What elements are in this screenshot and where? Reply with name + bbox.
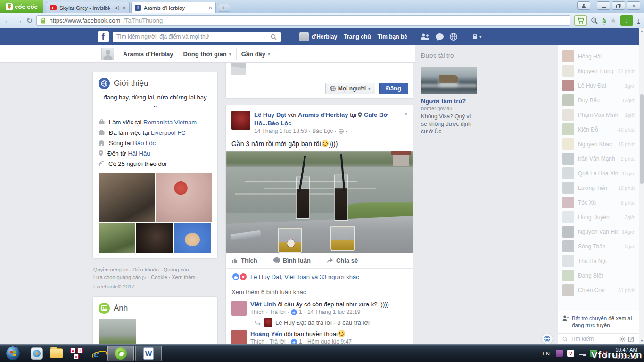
comment-meta[interactable]: Thích · Trả lời · 1 · 14 Tháng 1 lúc 22:…: [250, 309, 389, 315]
language-indicator[interactable]: EN: [543, 351, 550, 356]
taskbar-unikey[interactable]: uin: [66, 346, 86, 362]
timeline-button[interactable]: Dòng thời gian▾: [178, 48, 236, 60]
messages-icon[interactable]: [436, 33, 444, 41]
taskbar-coccoc-window[interactable]: [107, 346, 134, 361]
chat-contact-row[interactable]: Quả La Hoa Xinh 13giờ: [558, 166, 639, 181]
facebook-logo[interactable]: f: [98, 31, 109, 42]
start-button[interactable]: [6, 346, 20, 361]
ad-image[interactable]: [421, 67, 477, 94]
ad-title-link[interactable]: Người tầm trú?: [421, 98, 478, 105]
work-link[interactable]: Liverpool FC: [151, 129, 186, 136]
commenter-name[interactable]: Hoàng Yến: [250, 330, 282, 337]
forward-button[interactable]: →: [15, 16, 23, 25]
scroll-down-icon[interactable]: ▼: [639, 338, 644, 344]
profile-button[interactable]: [577, 1, 590, 10]
chat-contact-row[interactable]: Hồng Hải: [558, 49, 639, 64]
privacy-selector[interactable]: Mọi người ▾: [325, 83, 375, 94]
taskbar-internet-explorer[interactable]: e: [86, 346, 106, 362]
scrollbar-thumb[interactable]: [640, 94, 644, 184]
gear-icon[interactable]: [619, 336, 626, 342]
chat-contact-row[interactable]: Đang Biết: [558, 268, 639, 283]
chat-contact-row[interactable]: Sóng Thần 2giờ: [558, 239, 639, 254]
like-button[interactable]: Thích: [231, 257, 257, 264]
post-author-avatar[interactable]: [231, 111, 250, 130]
footer-adchoices[interactable]: Lựa chọn quảng cáo: [93, 274, 141, 280]
chat-contact-row[interactable]: Nguyễn Khắc Hoàn 15 phút: [558, 137, 639, 151]
chat-search-bar[interactable]: [558, 333, 639, 344]
compose-icon[interactable]: [628, 336, 635, 342]
search-icon[interactable]: [271, 34, 277, 40]
commenter-name[interactable]: Việt Linh: [250, 301, 276, 308]
post-timestamp[interactable]: 14 Tháng 1 lúc 18:53 · Bảo Lộc · ▾: [254, 128, 401, 134]
footer-links[interactable]: Quyền riêng tư · Điều khoản · Quảng cáo …: [93, 267, 192, 272]
chat-contact-row[interactable]: Nguyễn Trọng K... 51 phút: [558, 64, 639, 78]
privacy-shortcuts[interactable]: ▾: [472, 34, 482, 40]
chat-contact-row[interactable]: Phạm Văn Minh 1giờ: [558, 107, 639, 122]
profile-avatar[interactable]: [101, 48, 114, 60]
comment-meta[interactable]: Thích · Trả lời · 1 · Hôm qua lúc 9:47: [250, 338, 370, 344]
tagged-friend-link[interactable]: Aramis d'Herblay: [298, 111, 348, 118]
photo-thumb[interactable]: [99, 319, 136, 344]
footer-links[interactable]: · Cookie · Xem thêm ·: [148, 274, 199, 280]
profile-shortcut[interactable]: d'Herblay: [299, 32, 337, 41]
chat-contact-row[interactable]: Tóc Xù 8 phút: [558, 195, 639, 210]
chat-contact-row[interactable]: Hồng Duyên 3giờ: [558, 210, 639, 224]
profile-name-button[interactable]: Aramis d'Herblay: [118, 48, 178, 60]
reload-button[interactable]: ↻: [26, 16, 33, 25]
tab-facebook[interactable]: f Aramis d'Herblay ×: [131, 2, 216, 13]
coccoc-logo[interactable]: cốc cốc: [0, 0, 43, 13]
minimize-button[interactable]: [597, 1, 610, 10]
photo-thumb[interactable]: [99, 173, 155, 222]
share-button[interactable]: Chia sẻ: [327, 257, 358, 264]
chat-contact-row[interactable]: Lương Tiến 10 phút: [558, 181, 639, 195]
taskbar-word-window[interactable]: W: [135, 346, 162, 361]
bookmark-star-icon[interactable]: ★: [610, 16, 617, 25]
tray-antivirus-icon[interactable]: V: [567, 350, 574, 357]
commenter-avatar[interactable]: [231, 301, 247, 316]
view-more-comments-link[interactable]: Xem thêm 6 bình luận khác: [226, 285, 413, 297]
chat-contact-row[interactable]: Nguyễn Văn Hiếu 14giờ: [558, 224, 639, 239]
page-scrollbar[interactable]: ▲ ▼: [639, 28, 644, 344]
work-link[interactable]: Romanista Vietnam: [143, 119, 197, 126]
tab-youtube[interactable]: Skylar Grey - Invisible - ◄) ×: [46, 2, 130, 13]
comment-button[interactable]: Bình luận: [273, 257, 311, 264]
download-button[interactable]: ↓: [620, 15, 633, 26]
like-reaction-icon[interactable]: [231, 272, 240, 281]
chat-contact-row[interactable]: Lê Huy Đạt 1giờ: [558, 78, 639, 93]
post-submit-button[interactable]: Đăng: [379, 83, 409, 94]
turn-on-chat-link[interactable]: Bật trò chuyện: [572, 315, 607, 321]
taskbar-media-player[interactable]: [27, 346, 47, 362]
close-button[interactable]: ×: [627, 1, 640, 10]
photo-thumb[interactable]: [156, 173, 212, 222]
cart-button[interactable]: [574, 15, 587, 26]
back-button[interactable]: ←: [4, 16, 11, 25]
tray-office-icon[interactable]: [556, 350, 563, 357]
friend-requests-icon[interactable]: [421, 33, 429, 40]
nav-home[interactable]: Trang chủ: [344, 33, 371, 40]
zoom-button[interactable]: [591, 17, 598, 25]
post-photo[interactable]: [226, 151, 413, 253]
photo-thumb[interactable]: [99, 223, 135, 253]
chat-search-input[interactable]: [570, 336, 617, 342]
photo-thumb[interactable]: [136, 223, 173, 253]
new-tab-button[interactable]: +: [218, 4, 230, 12]
reactions-summary[interactable]: Lê Huy Đạt, Việt Toàn và 33 người khác: [250, 273, 359, 280]
coccoc-globe-button[interactable]: [541, 333, 553, 344]
commenter-avatar[interactable]: [231, 330, 247, 344]
facebook-search[interactable]: [113, 32, 281, 42]
restore-button[interactable]: [612, 1, 625, 10]
post-menu-chevron-icon[interactable]: ▾: [405, 111, 407, 134]
chat-contact-row[interactable]: trần Văn Mạnh 2 phút: [558, 151, 639, 166]
notifications-globe-icon[interactable]: [450, 33, 457, 41]
taskbar-explorer[interactable]: [47, 346, 66, 362]
address-bar[interactable]: https://www.facebook.com/TaThuThuong: [36, 15, 570, 26]
city-link[interactable]: Bảo Lộc: [133, 140, 156, 147]
photo-thumb[interactable]: [174, 223, 211, 253]
comment-replies-link[interactable]: Lê Huy Đạt đã trả lời · 3 câu trả lời: [255, 318, 389, 327]
vietnamese-typing-button[interactable]: ạ̀: [602, 16, 606, 25]
hometown-link[interactable]: Hải Hậu: [128, 150, 150, 157]
attachment-thumbnail[interactable]: [231, 63, 246, 75]
nav-find-friends[interactable]: Tìm bạn bè: [378, 33, 407, 40]
chat-contact-row[interactable]: Thu Hà Nội: [558, 254, 639, 268]
audio-speaker-icon[interactable]: ◄): [113, 5, 119, 10]
